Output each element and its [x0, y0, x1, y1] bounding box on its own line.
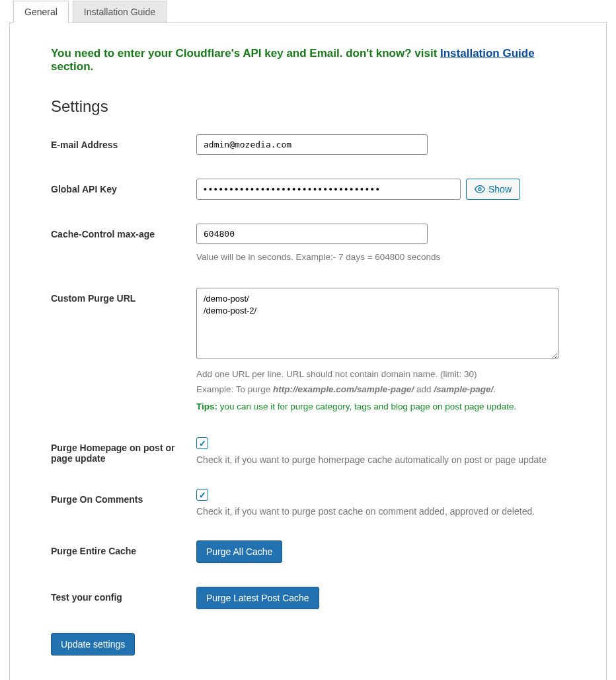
- update-settings-button[interactable]: Update settings: [51, 633, 135, 656]
- check-icon: ✓: [199, 439, 206, 448]
- tab-bar: General Installation Guide: [0, 0, 616, 22]
- purge-homepage-checkbox[interactable]: ✓: [196, 437, 208, 449]
- api-key-label: Global API Key: [51, 179, 196, 194]
- installation-guide-link[interactable]: Installation Guide: [440, 47, 535, 60]
- purge-latest-post-button[interactable]: Purge Latest Post Cache: [196, 587, 319, 609]
- purge-comments-checkbox[interactable]: ✓: [196, 489, 208, 501]
- max-age-input[interactable]: [196, 224, 428, 244]
- email-label: E-mail Address: [51, 134, 196, 150]
- page-title: Settings: [51, 97, 577, 116]
- svg-point-0: [479, 188, 481, 191]
- purge-url-textarea[interactable]: [196, 288, 558, 359]
- show-api-key-button[interactable]: Show: [466, 179, 520, 200]
- notice-text-after: section.: [51, 60, 93, 73]
- purge-comments-hint: Check it, if you want to purge post cach…: [196, 506, 577, 517]
- purge-url-label: Custom Purge URL: [51, 288, 196, 304]
- row-purge-url: Custom Purge URL Add one URL per line. U…: [51, 288, 577, 413]
- tab-general[interactable]: General: [13, 1, 69, 23]
- purge-comments-label: Purge On Comments: [51, 489, 196, 505]
- max-age-hint: Value will be in seconds. Example:- 7 da…: [196, 251, 577, 264]
- tab-installation-guide[interactable]: Installation Guide: [73, 1, 167, 23]
- eye-icon: [475, 184, 485, 194]
- api-key-input[interactable]: [196, 179, 461, 200]
- email-input[interactable]: [196, 134, 428, 155]
- row-purge-entire: Purge Entire Cache Purge All Cache: [51, 540, 577, 563]
- check-icon: ✓: [199, 490, 206, 500]
- purge-homepage-label: Purge Homepage on post or page update: [51, 437, 196, 464]
- row-api-key: Global API Key Show: [51, 179, 577, 200]
- purge-entire-label: Purge Entire Cache: [51, 540, 196, 556]
- purge-url-hint1: Add one URL per line. URL should not con…: [196, 368, 577, 381]
- purge-url-tip: Tips: you can use it for purge category,…: [196, 400, 577, 413]
- row-purge-homepage: Purge Homepage on post or page update ✓ …: [51, 437, 577, 465]
- row-purge-comments: Purge On Comments ✓ Check it, if you wan…: [51, 489, 577, 517]
- notice-text-before: You need to enter your Cloudflare's API …: [51, 47, 440, 60]
- settings-panel: You need to enter your Cloudflare's API …: [9, 22, 607, 680]
- row-max-age: Cache-Control max-age Value will be in s…: [51, 224, 577, 264]
- purge-all-cache-button[interactable]: Purge All Cache: [196, 540, 282, 563]
- row-email: E-mail Address: [51, 134, 577, 155]
- api-key-notice: You need to enter your Cloudflare's API …: [51, 47, 577, 73]
- max-age-label: Cache-Control max-age: [51, 224, 196, 239]
- row-test-config: Test your config Purge Latest Post Cache: [51, 587, 577, 609]
- purge-url-hint2: Example: To purge http://example.com/sam…: [196, 383, 577, 396]
- test-config-label: Test your config: [51, 587, 196, 603]
- show-button-label: Show: [488, 184, 512, 194]
- purge-homepage-hint: Check it, if you want to purge homerpage…: [196, 454, 577, 465]
